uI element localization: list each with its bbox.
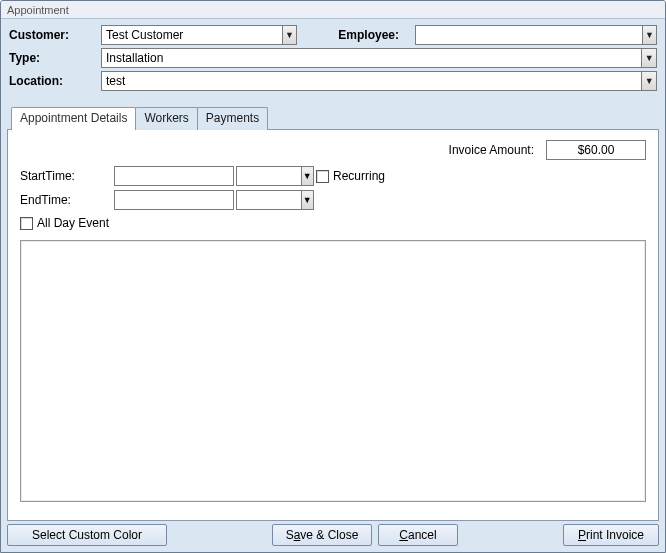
endtime-time-input[interactable] xyxy=(237,191,301,209)
footer-toolbar: Select Custom Color Save & Close Cancel … xyxy=(1,520,665,552)
location-combo[interactable]: ▼ xyxy=(101,71,657,91)
type-combo[interactable]: ▼ xyxy=(101,48,657,68)
tab-panel-details: Invoice Amount: $60.00 StartTime: ▼ Recu… xyxy=(7,129,659,521)
save-and-close-button[interactable]: Save & Close xyxy=(272,524,372,546)
chevron-down-icon[interactable]: ▼ xyxy=(642,26,656,44)
tab-container: Appointment Details Workers Payments Inv… xyxy=(7,106,659,521)
chevron-down-icon[interactable]: ▼ xyxy=(282,26,296,44)
chevron-down-icon[interactable]: ▼ xyxy=(301,191,313,209)
select-custom-color-button[interactable]: Select Custom Color xyxy=(7,524,167,546)
notes-textarea[interactable] xyxy=(20,240,646,502)
recurring-label: Recurring xyxy=(333,169,385,183)
endtime-time-combo[interactable]: ▼ xyxy=(236,190,314,210)
chevron-down-icon[interactable]: ▼ xyxy=(641,72,656,90)
tab-appointment-details[interactable]: Appointment Details xyxy=(11,107,136,130)
starttime-time-input[interactable] xyxy=(237,167,301,185)
starttime-time-combo[interactable]: ▼ xyxy=(236,166,314,186)
location-label: Location: xyxy=(9,74,95,88)
employee-label: Employee: xyxy=(303,28,409,42)
tabstrip: Appointment Details Workers Payments xyxy=(7,106,659,129)
customer-label: Customer: xyxy=(9,28,95,42)
employee-input[interactable] xyxy=(416,26,642,44)
header-form: Customer: ▼ Employee: ▼ Type: ▼ Location… xyxy=(1,19,665,102)
customer-input[interactable] xyxy=(102,26,282,44)
print-post: rint Invoice xyxy=(586,528,644,542)
employee-combo[interactable]: ▼ xyxy=(415,25,657,45)
recurring-checkbox[interactable] xyxy=(316,170,329,183)
tab-payments[interactable]: Payments xyxy=(197,107,268,130)
appointment-window: Appointment Customer: ▼ Employee: ▼ Type… xyxy=(0,0,666,553)
allday-checkbox[interactable] xyxy=(20,217,33,230)
save-close-post: ve & Close xyxy=(300,528,358,542)
print-invoice-button[interactable]: Print Invoice xyxy=(563,524,659,546)
type-label: Type: xyxy=(9,51,95,65)
chevron-down-icon[interactable]: ▼ xyxy=(641,49,656,67)
invoice-amount-label: Invoice Amount: xyxy=(449,143,534,157)
starttime-date-input[interactable] xyxy=(114,166,234,186)
cancel-accel: C xyxy=(399,528,408,542)
window-title: Appointment xyxy=(1,1,665,19)
print-accel: P xyxy=(578,528,586,542)
invoice-amount-value[interactable]: $60.00 xyxy=(546,140,646,160)
cancel-post: ancel xyxy=(408,528,437,542)
allday-label: All Day Event xyxy=(37,216,109,230)
endtime-label: EndTime: xyxy=(20,193,112,207)
chevron-down-icon[interactable]: ▼ xyxy=(301,167,313,185)
customer-combo[interactable]: ▼ xyxy=(101,25,297,45)
starttime-label: StartTime: xyxy=(20,169,112,183)
tab-workers[interactable]: Workers xyxy=(135,107,197,130)
save-close-pre: S xyxy=(286,528,294,542)
cancel-button[interactable]: Cancel xyxy=(378,524,458,546)
type-input[interactable] xyxy=(102,49,641,67)
endtime-date-input[interactable] xyxy=(114,190,234,210)
location-input[interactable] xyxy=(102,72,641,90)
